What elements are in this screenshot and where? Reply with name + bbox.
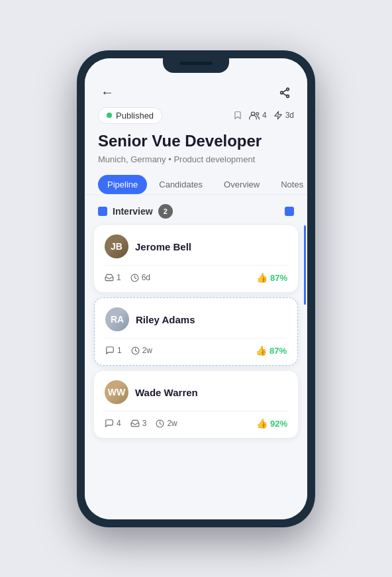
- message-icon-riley: [105, 346, 115, 355]
- card-stats-wade: 4 3: [105, 418, 287, 429]
- status-row: Published: [85, 105, 307, 129]
- bookmark-icon: [233, 111, 242, 120]
- time-wade: 2w: [167, 419, 177, 428]
- card-divider-jerome: [105, 265, 287, 266]
- meta-icons: 4 3d: [233, 111, 294, 120]
- tab-overview[interactable]: Overview: [215, 175, 269, 194]
- time-stat-jerome: 6d: [130, 273, 150, 282]
- share-button[interactable]: [275, 83, 294, 102]
- avatar-riley: RA: [105, 307, 129, 331]
- candidate-name-row-wade: WW Wade Warren: [105, 380, 287, 404]
- share-icon: [279, 87, 291, 99]
- days-count: 3d: [285, 111, 294, 120]
- job-subtitle: Munich, Germany • Product development: [98, 154, 294, 164]
- messages-stat-wade: 4: [105, 419, 121, 428]
- tasks-stat-jerome: 1: [105, 273, 121, 282]
- back-arrow-icon: ←: [101, 85, 114, 100]
- phone-notch: [163, 58, 229, 73]
- stage-color-indicator: [98, 207, 107, 216]
- time-jerome: 6d: [142, 273, 150, 282]
- messages-stat-riley: 1: [105, 346, 122, 355]
- candidate-name-row-jerome: JB Jerome Bell: [105, 235, 287, 258]
- time-riley: 2w: [142, 346, 152, 355]
- match-pct-jerome: 87%: [270, 273, 287, 283]
- candidate-card-wade[interactable]: WW Wade Warren 4: [94, 371, 298, 438]
- tasks-count-wade: 3: [142, 419, 147, 428]
- match-pct-riley: 87%: [270, 346, 287, 356]
- phone-frame: ← Published: [77, 50, 315, 527]
- tab-pipeline[interactable]: Pipeline: [98, 175, 147, 194]
- stage-color-right: [285, 207, 294, 216]
- people-icon: [249, 111, 260, 120]
- match-pct-wade: 92%: [270, 419, 287, 429]
- message-icon-wade: [105, 419, 114, 428]
- avatar-wade: WW: [105, 380, 128, 404]
- top-bar: ←: [85, 78, 307, 105]
- card-stats-jerome: 1 6d 👍 87%: [105, 272, 287, 283]
- status-dot-icon: [107, 113, 112, 118]
- job-header: Senior Vue Developer Munich, Germany • P…: [85, 129, 307, 168]
- candidate-name-riley: Riley Adams: [136, 314, 195, 325]
- job-location: Munich, Germany: [98, 154, 166, 164]
- stage-count-badge: 2: [158, 204, 173, 219]
- clock-icon-jerome: [130, 274, 139, 282]
- stage-header: Interview 2: [85, 195, 307, 225]
- msg-count-wade: 4: [117, 419, 121, 428]
- job-department: Product development: [173, 154, 255, 164]
- lightning-icon: [273, 111, 283, 120]
- days-item: 3d: [273, 111, 294, 120]
- stage-name: Interview: [113, 206, 153, 217]
- time-stat-wade: 2w: [156, 419, 177, 428]
- tasks-count-jerome: 1: [117, 273, 121, 282]
- pipeline-content: Interview 2 JB Jerome Bell: [85, 195, 307, 443]
- cards-area: JB Jerome Bell 1: [85, 225, 307, 438]
- candidate-card-jerome[interactable]: JB Jerome Bell 1: [94, 225, 298, 292]
- tab-notes[interactable]: Notes: [271, 175, 307, 194]
- phone-speaker: [179, 62, 213, 65]
- phone-screen: ← Published: [85, 58, 307, 519]
- time-stat-riley: 2w: [131, 346, 152, 355]
- clock-icon-riley: [131, 346, 140, 355]
- tab-candidates[interactable]: Candidates: [150, 175, 212, 194]
- screen-content: ← Published: [85, 58, 307, 519]
- svg-line-4: [283, 93, 286, 95]
- match-wade: 👍 92%: [256, 418, 287, 429]
- thumb-up-icon-jerome: 👍: [256, 272, 268, 283]
- thumb-up-icon-wade: 👍: [256, 418, 268, 429]
- people-count: 4: [262, 111, 267, 120]
- back-button[interactable]: ←: [98, 83, 117, 102]
- avatar-jerome: JB: [105, 235, 128, 258]
- card-divider-riley: [105, 338, 287, 339]
- thumb-up-icon-riley: 👍: [256, 345, 267, 356]
- svg-point-6: [256, 112, 259, 115]
- tasks-icon-wade: [130, 419, 140, 428]
- match-riley: 👍 87%: [256, 345, 287, 356]
- published-label: Published: [116, 111, 154, 121]
- candidate-name-row-riley: RA Riley Adams: [105, 307, 287, 331]
- card-divider-wade: [105, 411, 287, 411]
- match-jerome: 👍 87%: [256, 272, 287, 283]
- tasks-icon: [105, 273, 114, 282]
- candidate-card-riley[interactable]: RA Riley Adams 1: [94, 297, 298, 366]
- clock-icon-wade: [156, 419, 164, 428]
- bookmark-item: [233, 111, 242, 120]
- msg-count-riley: 1: [117, 346, 122, 355]
- job-title: Senior Vue Developer: [98, 132, 294, 151]
- scroll-indicator: [304, 225, 306, 305]
- svg-line-3: [283, 89, 286, 92]
- tasks-stat-wade: 3: [130, 419, 147, 428]
- published-badge: Published: [98, 107, 162, 124]
- people-item: 4: [249, 111, 267, 120]
- candidate-name-jerome: Jerome Bell: [135, 241, 191, 252]
- card-stats-riley: 1 2w 👍 87%: [105, 345, 287, 356]
- tabs-container: Pipeline Candidates Overview Notes: [85, 167, 307, 195]
- candidate-name-wade: Wade Warren: [135, 387, 198, 398]
